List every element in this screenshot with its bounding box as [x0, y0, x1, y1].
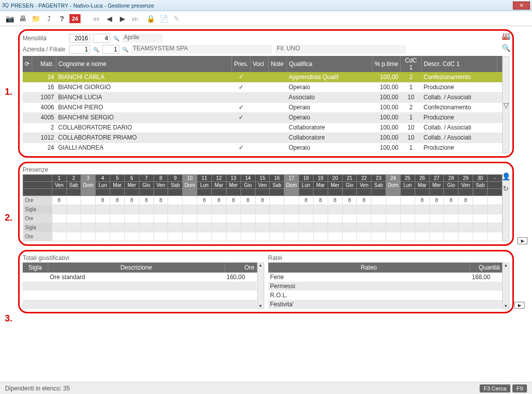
toolbar: 📷 🖶 📁 ⤴ ? 24 ⏮ ◀ ▶ ⏭ 🔒 📄 ✎: [0, 11, 532, 26]
employee-table[interactable]: ⟳ Matr. Cognome e nome Pres. Voci Note Q…: [23, 56, 502, 153]
col-qualifica[interactable]: Qualifica: [287, 56, 372, 72]
help-icon[interactable]: ?: [56, 13, 67, 24]
titlebar: 3Q PRESEN - PAGENTRY - Nativo-Luca - Ges…: [0, 0, 532, 11]
table-row[interactable]: Ferie168,00: [268, 273, 502, 282]
presenze-calendar[interactable]: 1234567891011121314151617181920212223242…: [23, 174, 502, 241]
table-row[interactable]: 1012COLLABORATORE PRIAMOCollaboratore100…: [23, 133, 502, 143]
col-voci[interactable]: Voci: [251, 56, 269, 72]
table-row[interactable]: [23, 300, 257, 309]
col-cdc[interactable]: CdC 1: [401, 56, 422, 72]
th-descr[interactable]: Descrizione: [48, 262, 224, 273]
azienda-label: Azienda / Filiale: [23, 46, 66, 53]
table-row[interactable]: Festivita': [268, 300, 502, 309]
month-num-input[interactable]: [93, 34, 110, 43]
table-row[interactable]: R.O.L.: [268, 291, 502, 300]
section-presenze: Presenze 1234567891011121314151617181920…: [18, 162, 514, 246]
ratei-scrollbar[interactable]: ▲▼: [502, 262, 509, 309]
play-button[interactable]: ▶: [517, 237, 527, 244]
edit-icon: ✎: [171, 13, 182, 24]
section-totals: Totali giustificativi Sigla Descrizione …: [18, 250, 514, 313]
branch-name: Fil. UNO: [275, 45, 406, 54]
table-row[interactable]: 4006BIANCHI PIERO✓Operaio100,002Confezio…: [23, 102, 502, 112]
table-row[interactable]: Permessi: [268, 282, 502, 291]
table-row[interactable]: 24GIALLI ANDREA✓Operaio100,001Produzione: [23, 143, 502, 153]
totali-title: Totali giustificativi: [23, 254, 264, 261]
month-name: Aprile: [122, 34, 163, 43]
col-matr[interactable]: Matr.: [32, 56, 56, 72]
filiale-input[interactable]: [102, 45, 119, 54]
reload-icon[interactable]: ↻: [501, 184, 510, 193]
prev-icon[interactable]: ◀: [104, 13, 115, 24]
factory-icon[interactable]: 🏭: [501, 32, 510, 41]
doc-icon: 📄: [158, 13, 169, 24]
last-icon: ⏭: [130, 13, 141, 24]
totali-scrollbar[interactable]: ▲▼: [257, 262, 264, 309]
totali-table[interactable]: Sigla Descrizione Ore Ore standard160,00: [23, 262, 257, 309]
annotation-3: 3.: [1, 313, 16, 324]
lock-icon: 🔒: [145, 13, 156, 24]
annotation-2: 2.: [1, 213, 16, 223]
annotation-1: 1.: [1, 87, 16, 97]
print-icon[interactable]: 🖶: [17, 13, 28, 24]
filter-icon[interactable]: ▽: [501, 101, 510, 110]
panel-totali: Totali giustificativi Sigla Descrizione …: [23, 254, 264, 309]
app-icon: 3Q: [2, 3, 9, 8]
th-qta[interactable]: Quantià: [470, 262, 502, 273]
table-row[interactable]: 16BIANCHI GIORGIO✓Operaio100,001Produzio…: [23, 82, 502, 92]
search-icon[interactable]: 🔍: [501, 44, 510, 53]
col-refresh[interactable]: ⟳: [23, 56, 32, 72]
th-ore[interactable]: Ore: [224, 262, 257, 273]
company-name: TEAMSYSTEM SPA: [131, 45, 272, 54]
first-icon: ⏮: [91, 13, 102, 24]
panel-ratei: Ratei Rateo Quantià Ferie168,00PermessiR…: [268, 254, 510, 309]
table-row[interactable]: [23, 291, 257, 300]
status-count: Dipendenti in elenco: 35: [5, 385, 70, 392]
th-sigla[interactable]: Sigla: [23, 262, 48, 273]
col-ptime[interactable]: % p.time: [372, 56, 401, 72]
upload-icon[interactable]: ⤴: [43, 13, 54, 24]
f3-button[interactable]: F3 Cerca: [480, 384, 510, 392]
window-title: PRESEN - PAGENTRY - Nativo-Luca - Gestio…: [11, 3, 154, 9]
col-note[interactable]: Note: [269, 56, 287, 72]
col-descr[interactable]: Descr. CdC 1: [422, 56, 497, 72]
table-row[interactable]: Ore standard160,00: [23, 273, 257, 282]
col-pres[interactable]: Pres.: [232, 56, 250, 72]
section-employees: Mensilità 🔍 Aprile Azienda / Filiale 🔍 🔍…: [18, 29, 514, 158]
f9-button[interactable]: F9: [512, 384, 527, 392]
ratei-table[interactable]: Rateo Quantià Ferie168,00PermessiR.O.L.F…: [268, 262, 503, 309]
ratei-play-button[interactable]: ▶: [514, 302, 524, 309]
folder-icon: 📁: [30, 13, 41, 24]
year-input[interactable]: [69, 34, 90, 43]
camera-icon[interactable]: 📷: [4, 13, 15, 24]
badge-24[interactable]: 24: [69, 14, 81, 23]
next-icon[interactable]: ▶: [117, 13, 128, 24]
ratei-title: Ratei: [268, 254, 510, 261]
statusbar: Dipendenti in elenco: 35 F3 Cerca F9: [0, 382, 532, 394]
person-icon[interactable]: 👤: [501, 172, 510, 181]
azienda-input[interactable]: [69, 45, 90, 54]
table-row[interactable]: 4005BIANCHINI SERGIO✓Operaio100,001Produ…: [23, 112, 502, 122]
col-nome[interactable]: Cognome e nome: [56, 56, 232, 72]
table-row[interactable]: [23, 282, 257, 291]
mensilita-label: Mensilità: [23, 35, 66, 42]
table-row[interactable]: 1007BIANCHI LUCIAAssociato100,0010Collab…: [23, 92, 502, 102]
table-row[interactable]: 14BIANCHI CARLA✓Apprendista Qualif100,00…: [23, 72, 502, 82]
th-rateo[interactable]: Rateo: [268, 262, 470, 273]
close-button[interactable]: ✕: [513, 2, 530, 10]
table-row[interactable]: 2COLLABORATORE DARIOCollaboratore100,001…: [23, 122, 502, 133]
presenze-title: Presenze: [23, 166, 509, 173]
